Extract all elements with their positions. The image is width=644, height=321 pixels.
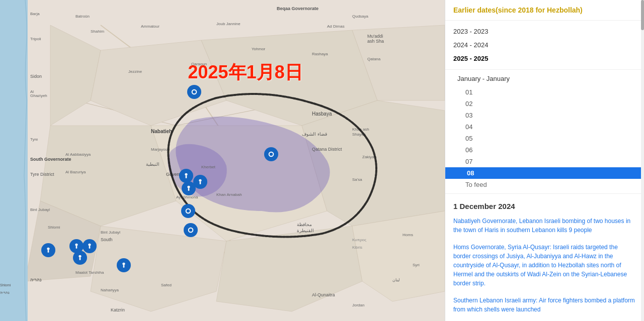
day-list: 01 02 03 04 05 06 07 08 To feed	[445, 85, 644, 191]
svg-text:Al Bazuriya: Al Bazuriya	[65, 170, 86, 174]
svg-text:Rashaya: Rashaya	[312, 52, 328, 56]
svg-text:Qaraoun: Qaraoun	[191, 62, 207, 66]
svg-text:Kibris: Kibris	[352, 245, 362, 250]
day-item-06[interactable]: 06	[445, 144, 644, 156]
year-item-2024[interactable]: 2024 - 2024	[445, 38, 644, 52]
svg-text:Tyre District: Tyre District	[30, 172, 54, 177]
svg-text:القنيطرة: القنيطرة	[297, 228, 314, 234]
svg-text:Qatana District: Qatana District	[312, 147, 342, 152]
day-item-08[interactable]: 08	[445, 167, 644, 179]
day-item-to-feed[interactable]: To feed	[445, 179, 644, 190]
svg-text:قضاء الشوف: قضاء الشوف	[302, 132, 327, 137]
marker-8[interactable]	[41, 243, 55, 257]
svg-point-62	[193, 90, 196, 94]
event-item-1: Nabatiyeh Governorate, Lebanon Israeli b…	[453, 217, 636, 235]
svg-text:النبطية: النبطية	[146, 162, 159, 167]
svg-text:Shaykh: Shaykh	[352, 132, 366, 137]
event-item-2: Homs Governorate, Syria Al-Qusayr: Israe…	[453, 243, 636, 288]
svg-text:Tyre: Tyre	[30, 137, 38, 142]
svg-text:נהריה: נהריה	[30, 277, 42, 282]
day-item-07[interactable]: 07	[445, 156, 644, 167]
sidebar-title: Earlier dates(since 2018 for Hezbollah)	[453, 6, 636, 14]
svg-text:Jezzine: Jezzine	[128, 69, 142, 74]
svg-text:محافظة: محافظة	[297, 222, 312, 227]
svg-text:Safed: Safed	[161, 283, 172, 287]
svg-text:Kherbet: Kherbet	[201, 165, 216, 169]
svg-rect-2	[0, 0, 28, 321]
svg-text:Ad Dimas: Ad Dimas	[327, 24, 345, 29]
svg-text:Tripoli: Tripoli	[30, 37, 41, 41]
svg-text:Maalot Tarshiha: Maalot Tarshiha	[75, 270, 104, 275]
year-item-2023[interactable]: 2023 - 2023	[445, 25, 644, 38]
day-item-05[interactable]: 05	[445, 133, 644, 144]
day-item-04[interactable]: 04	[445, 121, 644, 133]
svg-text:Ammatour: Ammatour	[141, 24, 159, 29]
scrollbar-track	[641, 0, 644, 321]
svg-text:Syri: Syri	[413, 263, 420, 267]
marker-11[interactable]	[73, 251, 87, 265]
marker-3[interactable]	[179, 169, 193, 183]
svg-text:South: South	[101, 237, 113, 242]
marker-2[interactable]	[264, 147, 278, 161]
marker-6[interactable]	[181, 204, 195, 218]
svg-text:Bint Jubayl: Bint Jubayl	[101, 230, 120, 235]
svg-text:Al-Qunaitra: Al-Qunaitra	[312, 292, 335, 297]
svg-text:Beqaa Governorate: Beqaa Governorate	[277, 6, 318, 11]
svg-text:Khan Arnabah: Khan Arnabah	[216, 192, 242, 197]
svg-text:Sidon: Sidon	[30, 74, 42, 79]
events-section: 1 December 2024 Nabatiyeh Governorate, L…	[445, 194, 644, 321]
svg-text:Jordan: Jordan	[352, 303, 364, 307]
svg-text:Ayt Shmona: Ayt Shmona	[176, 195, 198, 199]
svg-text:Nabatieh: Nabatieh	[151, 129, 172, 134]
svg-text:Barja: Barja	[30, 12, 40, 16]
year-item-2025[interactable]: 2025 - 2025	[445, 52, 644, 65]
event-item-3: Southern Lebanon Israeli army: Air force…	[453, 296, 636, 314]
svg-point-66	[187, 209, 190, 213]
map-background: Barja Batroûn Beqaa Governorate Qudsaya …	[0, 0, 445, 321]
sidebar-header: Earlier dates(since 2018 for Hezbollah)	[445, 0, 644, 21]
svg-text:Bint Jubayl: Bint Jubayl	[30, 207, 50, 212]
month-label: January - January	[445, 72, 644, 85]
svg-text:Mu'addi: Mu'addi	[367, 34, 383, 39]
day-item-02[interactable]: 02	[445, 98, 644, 110]
svg-text:Nahariyya: Nahariyya	[101, 288, 119, 292]
svg-point-64	[270, 153, 273, 156]
svg-text:Qatana: Qatana	[367, 57, 381, 61]
marker-10[interactable]	[83, 239, 97, 253]
svg-text:Shlomi: Shlomi	[0, 283, 11, 287]
scrollbar-thumb[interactable]	[641, 0, 644, 30]
svg-text:Sa'sa: Sa'sa	[352, 177, 362, 182]
svg-text:Yohmor: Yohmor	[252, 47, 266, 51]
event-link-2[interactable]: Homs Governorate, Syria Al-Qusayr: Israe…	[453, 244, 627, 287]
svg-text:Qudsaya: Qudsaya	[352, 14, 369, 19]
day-item-03[interactable]: 03	[445, 110, 644, 121]
svg-text:Khan ash: Khan ash	[352, 127, 369, 132]
marker-7[interactable]	[184, 223, 198, 237]
year-list: 2023 - 2023 2024 - 2024 2025 - 2025	[445, 21, 644, 70]
svg-text:Batroûn: Batroûn	[75, 14, 90, 19]
svg-text:Hasbaya: Hasbaya	[312, 111, 332, 117]
sidebar: Earlier dates(since 2018 for Hezbollah) …	[445, 0, 644, 321]
month-section: January - January 01 02 03 04 05 06 07 0…	[445, 70, 644, 194]
svg-text:Shahim: Shahim	[91, 29, 104, 34]
event-date-header: 1 December 2024	[453, 202, 636, 210]
marker-12[interactable]	[117, 258, 131, 272]
event-link-1[interactable]: Nabatiyeh Governorate, Lebanon Israeli b…	[453, 218, 630, 234]
svg-text:ash Sha: ash Sha	[367, 39, 384, 44]
svg-text:لبنان: لبنان	[392, 278, 399, 282]
svg-point-68	[189, 229, 193, 232]
svg-text:South Governorate: South Governorate	[30, 157, 71, 162]
svg-text:Marjayoun: Marjayoun	[151, 147, 170, 152]
day-item-01[interactable]: 01	[445, 86, 644, 98]
svg-text:Zakiyah: Zakiyah	[362, 155, 376, 159]
svg-text:Ghaziyeh: Ghaziyeh	[30, 93, 47, 98]
svg-text:Shlomi: Shlomi	[48, 225, 60, 230]
marker-5[interactable]	[182, 181, 196, 195]
svg-text:Κυπρος: Κυπρος	[352, 238, 366, 242]
svg-text:Homs: Homs	[403, 233, 413, 237]
event-link-3[interactable]: Southern Lebanon Israeli army: Air force…	[453, 297, 635, 313]
map-container[interactable]: Barja Batroûn Beqaa Governorate Qudsaya …	[0, 0, 445, 321]
svg-text:Joub Jannine: Joub Jannine	[216, 22, 240, 26]
marker-1[interactable]	[187, 85, 201, 99]
svg-text:Katzrin: Katzrin	[111, 307, 125, 312]
